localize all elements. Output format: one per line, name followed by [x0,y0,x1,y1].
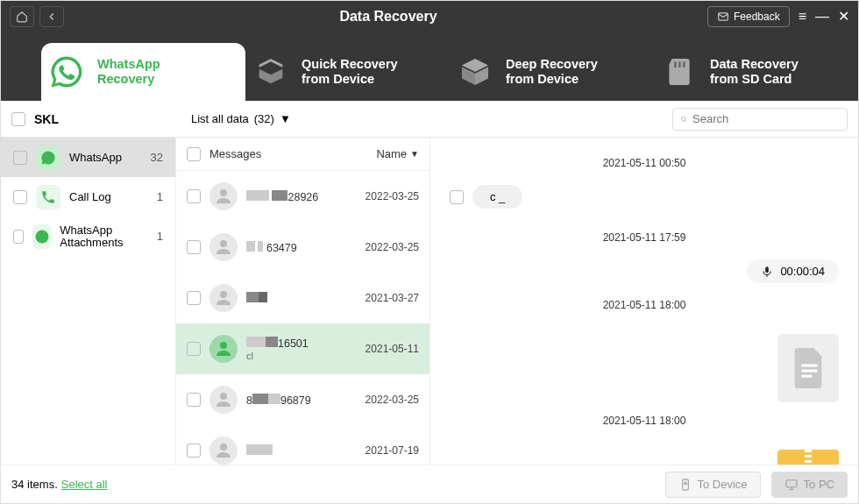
svg-rect-3 [678,61,681,67]
sdcard-icon [659,52,699,92]
menu-button[interactable]: ≡ [799,11,806,23]
svg-rect-17 [786,479,797,486]
conversation-date: 2021-07-19 [366,444,419,457]
home-button[interactable] [10,6,34,27]
attachment-icon [32,224,51,249]
checkbox[interactable] [187,147,201,161]
checkbox[interactable] [187,240,201,254]
tab-deep-recovery[interactable]: Deep Recovery from Device [450,43,654,101]
tab-sd-recovery[interactable]: Data Recovery from SD Card [654,43,858,101]
window-title: Data Recovery [69,9,707,25]
to-pc-button[interactable]: To PC [771,472,848,498]
svg-point-6 [220,189,227,196]
voice-duration: 00:00:04 [780,265,825,278]
sidebar-count: 32 [151,151,163,164]
avatar [209,182,238,210]
sort-by-name[interactable]: Name ▼ [376,147,419,160]
checkbox[interactable] [187,444,201,458]
box-icon [455,52,495,92]
avatar [209,437,238,465]
conversation-row[interactable]: 2021-07-19 [176,425,430,465]
message-bubble: c _ [472,185,522,209]
svg-rect-13 [801,364,817,366]
svg-rect-4 [683,61,685,67]
phone-icon [36,185,60,209]
timestamp: 2021-05-11 18:00 [450,415,839,427]
sidebar-item-call-log[interactable]: Call Log 1 [1,177,175,217]
svg-rect-2 [674,61,677,67]
whatsapp-icon [36,146,60,170]
checkbox[interactable] [187,189,201,203]
minimize-button[interactable]: — [815,11,829,23]
svg-point-5 [681,117,685,121]
sidebar-count: 1 [157,230,163,243]
sidebar-label: WhatsApp [69,151,122,164]
checkbox[interactable] [450,190,464,204]
checkbox[interactable] [187,393,201,407]
conversation-row[interactable]: 16501cl 2021-05-11 [176,323,430,374]
incoming-message: c _ [450,185,839,209]
zip-icon [777,450,839,465]
message-detail: 2021-05-11 00:50 c _ 2021-05-11 17:59 00… [430,138,858,465]
conversation-date: 2022-03-25 [366,241,419,253]
header: Data Recovery Feedback ≡ — ✕ WhatsApp Re… [1,1,858,101]
svg-rect-15 [801,375,812,378]
feedback-button[interactable]: Feedback [707,6,790,27]
tab-label: WhatsApp Recovery [97,57,160,87]
conversation-date: 2022-03-25 [366,394,419,406]
to-pc-icon [784,478,799,492]
conversation-row[interactable]: 896879 2022-03-25 [176,374,430,425]
tab-label: Data Recovery from SD Card [710,57,799,87]
sidebar-item-whatsapp-attachments[interactable]: WhatsApp Attachments 1 [1,217,175,256]
checkbox[interactable] [187,342,201,356]
document-icon [777,334,839,402]
chevron-down-icon: ▼ [410,149,419,159]
sidebar-item-whatsapp[interactable]: WhatsApp 32 [1,138,175,177]
checkbox[interactable] [13,190,27,204]
avatar [209,284,238,312]
back-button[interactable] [39,6,64,27]
svg-point-11 [220,444,227,451]
conversation-date: 2021-03-27 [366,292,419,304]
conversation-date: 2021-05-11 [366,343,419,355]
search-box[interactable] [672,108,848,131]
search-input[interactable] [692,112,840,125]
conversation-row[interactable]: 63479 2022-03-25 [176,222,430,273]
conversation-header: Messages Name ▼ [176,138,430,171]
account-name: SKL [34,112,59,126]
sidebar-label: Call Log [69,190,111,203]
to-device-button[interactable]: To Device [665,472,761,498]
conversation-list: Messages Name ▼ 28926 2022-03-25 63479 2… [176,138,430,465]
toolbar: SKL List all data (32) ▼ [1,101,858,138]
item-count: 34 items. [11,478,58,491]
titlebar: Data Recovery Feedback ≡ — ✕ [1,1,858,32]
filter-count: (32) [254,112,274,125]
category-sidebar: WhatsApp 32 Call Log 1 WhatsApp Attachme… [1,138,176,465]
select-all-checkbox[interactable] [11,112,25,126]
close-button[interactable]: ✕ [838,11,849,23]
conversation-date: 2022-03-25 [366,190,419,202]
conversation-row[interactable]: 28926 2022-03-25 [176,171,430,222]
tab-quick-recovery[interactable]: Quick Recovery from Device [245,43,450,101]
search-icon [680,113,687,125]
avatar [209,335,238,363]
feedback-label: Feedback [734,11,780,23]
filter-label: List all data [191,112,249,125]
tab-whatsapp-recovery[interactable]: WhatsApp Recovery [41,43,245,101]
mail-icon [717,11,729,23]
select-all-link[interactable]: Select all [61,478,108,491]
footer: 34 items. Select all To Device To PC [1,465,858,503]
conversation-row[interactable]: 2021-03-27 [176,273,430,323]
svg-point-9 [220,342,227,349]
filter-dropdown[interactable]: List all data (32) ▼ [182,112,291,125]
svg-point-7 [220,240,227,247]
tab-label: Deep Recovery from Device [506,57,598,87]
sidebar-count: 1 [157,190,163,203]
checkbox[interactable] [13,230,24,244]
checkbox[interactable] [187,291,201,305]
outgoing-zip-message [450,443,839,465]
to-device-icon [678,478,692,492]
checkbox[interactable] [13,151,27,165]
whatsapp-icon [46,52,87,92]
avatar [209,233,238,261]
